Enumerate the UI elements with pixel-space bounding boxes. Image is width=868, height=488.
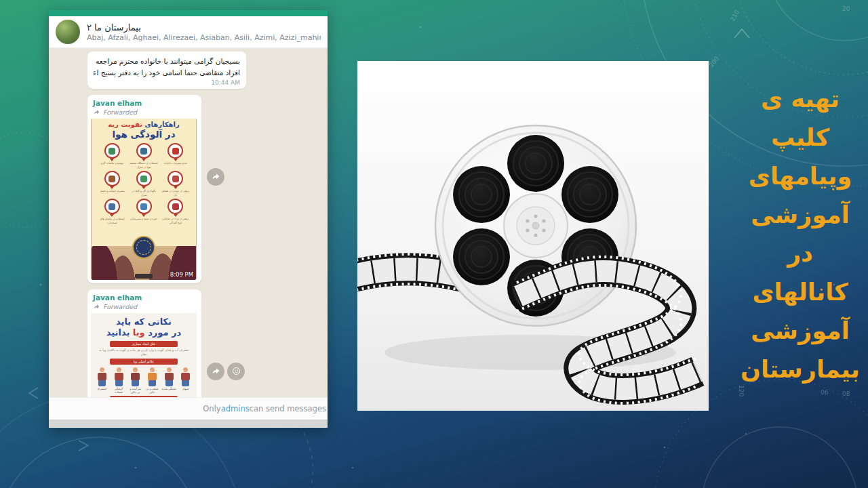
poster1-title: راهکارهای تقویت ریه در آلودگی هوا (92, 119, 196, 140)
tip-caption: پرهیز از دویدن در فضای باز (159, 189, 191, 197)
tip-caption: استفاده از ماسک های استاندارد (96, 217, 128, 224)
forward-arrow-icon (93, 108, 100, 116)
svg-text:08: 08 (842, 390, 850, 397)
symptom-label: استفراغ (94, 387, 109, 394)
group-members-list: Abaj, Afzali, Aghaei, Alirezaei, Asiaban… (87, 33, 321, 42)
footer-suffix: can send messages (250, 404, 326, 413)
telegram-window: بیمارستان ما ۲ Abaj, Afzali, Aghaei, Ali… (49, 10, 328, 428)
poster1-tip-item: پرهیز از تردد در ساعات اوج آلودگی (159, 199, 191, 224)
tip-circle-icon (167, 171, 183, 186)
chat-message-area[interactable]: بسیجیان گرامی میتوانند با خانواده محترم … (49, 48, 328, 397)
message-text-line: بسیجیان گرامی میتوانند با خانواده محترم … (94, 56, 240, 67)
tip-circle-icon (167, 143, 183, 159)
tip-caption: خوردن میوه و سبزیجات (128, 217, 160, 224)
photo-time-overlay: 8:09 PM (170, 271, 193, 278)
message-text-bubble[interactable]: بسیجیان گرامی میتوانند با خانواده محترم … (87, 52, 246, 89)
symptom-figure: ضعف و بی حالی (144, 367, 159, 394)
forwarded-row: Forwarded (91, 107, 198, 119)
symptom-label: تشنگی شدید (161, 387, 176, 394)
symptom-figure: تشنگی شدید (161, 367, 176, 394)
share-button[interactable] (207, 363, 224, 380)
chat-header[interactable]: بیمارستان ما ۲ Abaj, Afzali, Aghaei, Ali… (49, 16, 328, 48)
svg-text:210: 210 (729, 9, 741, 22)
tip-caption: عدم مصرف دخانیات (159, 161, 191, 169)
poster1-tip-item: نوشیدن مایعات گرم (96, 143, 128, 169)
screenshot-bottom-edge (49, 420, 328, 427)
svg-text:06: 06 (821, 389, 829, 396)
group-avatar[interactable] (56, 20, 80, 44)
tip-caption: استفاده از دستگاه تصفیه هوا در منزل (128, 161, 160, 169)
presentation-slide: 200 210 20 120 06 08 بیمارستان ما ۲ Abaj… (0, 0, 868, 488)
symptom-label: سرگیجه و بی حالی (128, 387, 143, 394)
emoji-reaction-button[interactable] (227, 363, 245, 380)
film-strip-right (517, 257, 698, 403)
svg-text:20: 20 (842, 5, 850, 12)
smiley-icon (231, 366, 241, 376)
symptom-figure: گرفتگی عضلات (111, 367, 126, 394)
poster1-tip-item: خوردن میوه و سبزیجات (128, 199, 160, 224)
footer-prefix: Only (203, 404, 220, 413)
symptom-figure: استفراغ (94, 367, 109, 394)
poster2-ribbon-prevention: راه های پیشگیری (110, 396, 178, 397)
tip-circle-icon (136, 171, 152, 186)
group-title: بیمارستان ما ۲ (87, 22, 321, 33)
poster2-ribbon-causes: علل ایجاد بیماری (110, 341, 178, 347)
tip-circle-icon (136, 143, 152, 159)
poster2-cause-text: مصرف آب و غذای آلوده یا وارد کردن هر ماد… (91, 348, 197, 357)
headline-line: تهیه ی (731, 80, 868, 119)
tip-caption: مصرف لبنیات و عسل (96, 189, 128, 197)
headline-line: در (731, 235, 868, 273)
forward-arrow-icon (93, 303, 100, 310)
tip-circle-icon (136, 199, 152, 214)
poster1-tip-item: مصرف لبنیات و عسل (96, 171, 128, 197)
headline-line: آموزشی (731, 312, 868, 350)
message-time: 10:44 AM (94, 79, 240, 86)
poster2-symptom-figures: اسهالتشنگی شدیدضعف و بی حالیسرگیجه و بی … (91, 366, 197, 394)
sender-name[interactable]: Javan elham (91, 98, 198, 107)
share-arrow-icon (211, 171, 221, 182)
tip-caption: پرهیز از تردد در ساعات اوج آلودگی (159, 217, 191, 224)
message-text-line: افراد متقاضی حتما اسامی خود را به دفتر ب… (94, 67, 240, 79)
poster1-tips-grid: عدم مصرف دخانیاتاستفاده از دستگاه تصفیه … (92, 140, 196, 224)
tip-circle-icon (104, 171, 120, 186)
admins-link[interactable]: admins (221, 404, 250, 413)
film-reel-image (357, 61, 709, 411)
symptom-label: اسهال (178, 387, 193, 394)
headline-line: وپیامهای (731, 157, 868, 196)
forwarded-label: Forwarded (103, 303, 137, 310)
message-photo-bubble[interactable]: Javan elham Forwarded نکاتی که باید در م… (87, 289, 201, 397)
symptom-label: ضعف و بی حالی (144, 387, 159, 394)
message-photo-bubble[interactable]: Javan elham Forwarded راهکارهای تقویت ری… (87, 95, 201, 283)
forwarded-row: Forwarded (91, 302, 198, 313)
tip-circle-icon (104, 199, 120, 214)
poster2-ribbon-symptoms: علائم اصلی وبا (110, 359, 178, 365)
poster1-tip-item: نگهداری گل و گیاه در منزل (128, 171, 160, 197)
tip-caption: نگهداری گل و گیاه در منزل (128, 189, 160, 197)
symptom-label: گرفتگی عضلات (111, 387, 126, 394)
poster1-tip-item: پرهیز از دویدن در فضای باز (159, 171, 191, 197)
tip-circle-icon (104, 143, 120, 159)
sender-name[interactable]: Javan elham (91, 293, 198, 302)
poster1-tip-item: استفاده از ماسک های استاندارد (96, 199, 128, 224)
headline-line: کانالهای (731, 273, 868, 312)
headline-line: بیمارستان (731, 350, 868, 389)
tip-circle-icon (167, 199, 183, 214)
telegram-title-strip (49, 10, 328, 16)
poster2-title: نکاتی که باید در مورد وبا بدانید (91, 313, 197, 340)
cholera-poster-photo[interactable]: نکاتی که باید در مورد وبا بدانید علل ایج… (91, 313, 197, 397)
restricted-input-bar: Only admins can send messages (49, 397, 328, 420)
headline-line: آموزشی (731, 196, 868, 235)
air-pollution-poster-photo[interactable]: راهکارهای تقویت ریه در آلودگی هوا عدم مص… (91, 119, 197, 280)
share-arrow-icon (211, 366, 221, 376)
tip-caption: نوشیدن مایعات گرم (96, 161, 128, 169)
share-button[interactable] (207, 168, 224, 186)
poster1-stage-shape (135, 274, 153, 279)
svg-text:200: 200 (708, 55, 721, 68)
poster1-tip-item: عدم مصرف دخانیات (159, 143, 191, 169)
forwarded-label: Forwarded (103, 108, 137, 116)
headline: تهیه یکلیپوپیامهایآموزشیدرکانالهایآموزشی… (731, 80, 868, 389)
headline-line: کلیپ (731, 119, 868, 157)
poster1-tip-item: استفاده از دستگاه تصفیه هوا در منزل (128, 143, 160, 169)
calligraphy-emblem (132, 236, 155, 259)
symptom-figure: سرگیجه و بی حالی (128, 367, 143, 394)
